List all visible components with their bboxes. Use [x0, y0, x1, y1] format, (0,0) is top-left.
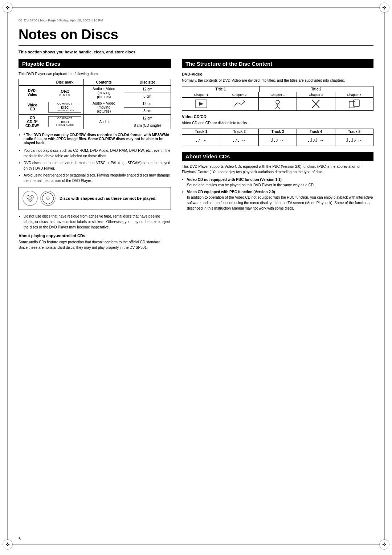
svg-rect-15 — [354, 100, 359, 106]
right-column: The Structure of the Disc Content DVD-Vi… — [182, 59, 373, 252]
videocd-text: Video CD and CD are divided into tracks. — [182, 120, 373, 126]
videocd-subheading: Video CD/CD — [182, 114, 373, 119]
cd-track-3: Track 3 — [259, 129, 297, 135]
warning-text: Discs with shapes such as these cannot b… — [60, 196, 156, 200]
col-header-contents: Contents — [84, 79, 124, 85]
svg-point-2 — [41, 191, 55, 206]
vcd-logo-cell: COMPACT DISC DIGITAL VIDEO — [46, 100, 84, 114]
dvd-images-row — [182, 98, 373, 110]
col-header-disc-size: Disc size — [124, 79, 171, 85]
cd-structure-diagram: Track 1 Track 2 Track 3 Track 4 Track 5 … — [182, 129, 373, 146]
dvd-structure-diagram: Title 1 Title 2 Chapter 1 Chapter 2 Chap… — [182, 86, 373, 111]
octagon-disc — [40, 190, 56, 207]
heart-disc — [22, 190, 38, 207]
vcd-contents: Audio + Video(movingpictures) — [84, 100, 124, 114]
dvd-image-2 — [220, 98, 258, 110]
warning-box: Discs with shapes such as these cannot b… — [19, 187, 171, 210]
vcd-size-8: 8 cm — [124, 107, 171, 114]
cd-track-2: Track 2 — [220, 129, 258, 135]
pbc-label-2: Video CD equipped with PBC function (Ver… — [187, 190, 275, 194]
page-container: ✛ ✛ ✛ ✛ 00_DV-SP301.book Page 6 Friday, … — [7, 7, 385, 545]
cd-track-4: Track 4 — [297, 129, 335, 135]
svg-rect-14 — [349, 101, 355, 108]
vcd-logo: COMPACT DISC DIGITAL VIDEO — [48, 102, 81, 113]
cd-track-5: Track 5 — [335, 129, 373, 135]
svg-point-0 — [23, 191, 37, 206]
svg-point-7 — [276, 100, 279, 104]
cd-size-8: 8 cm (CD single) — [124, 122, 171, 129]
pbc-text-2: In addition to operation of the Video CD… — [187, 195, 373, 210]
header-line: 00_DV-SP301.book Page 6 Friday, April 18… — [19, 19, 373, 24]
dvd-chapter-2: Chapter 2 — [220, 92, 258, 98]
table-row: DVD-Video DVD VIDEO Audio + Video(moving… — [19, 85, 171, 93]
copy-section-text: Some audio CDs feature copy protection t… — [19, 239, 171, 250]
dvd-chapter-3: Chapter 1 — [259, 92, 297, 98]
cd-notes-row: ♩♪ ～ ♩♪♩ ～ ♩♩♪ ～ ♩♩♪♩ ～ ♩♩♩♪ ～ — [182, 135, 373, 146]
dvd-logo-cell: DVD VIDEO — [46, 85, 84, 100]
cd-note-5: ♩♩♩♪ ～ — [335, 135, 373, 146]
corner-decoration-tr: ✛ — [379, 3, 389, 13]
corner-decoration-br: ✛ — [379, 539, 389, 550]
about-vcds-heading: About Video CDs — [182, 152, 373, 161]
warning-disc-shapes — [22, 190, 56, 207]
dvd-contents: Audio + Video(movingpictures) — [84, 85, 124, 100]
playable-discs-heading: Playable Discs — [19, 59, 171, 68]
disc-type-dvd: DVD-Video — [19, 85, 46, 100]
bottom-bullet-1: Do not use discs that have residue from … — [24, 214, 171, 230]
table-row: CDCD-R*CD-RW* COMPACT DISC DIGITAL AUDIO… — [19, 114, 171, 122]
dvd-video-text: Normally, the contents of DVD-Video are … — [182, 78, 373, 83]
table-row: VideoCD COMPACT DISC DIGITAL VIDEO Audio… — [19, 100, 171, 107]
cd-logo-cell: COMPACT DISC DIGITAL AUDIO — [46, 114, 84, 129]
col-header-type — [19, 79, 46, 85]
star-note-list: * The DVD Player can play CD-R/RW discs … — [24, 133, 171, 145]
bullet-item-2: DVD discs that use other video formats t… — [24, 160, 171, 171]
disc-table: Disc mark Contents Disc size DVD-Video D… — [19, 79, 171, 129]
cd-track-1: Track 1 — [182, 129, 220, 135]
svg-point-1 — [29, 197, 32, 200]
svg-marker-6 — [199, 102, 204, 106]
star-note-item: * The DVD Player can play CD-R/RW discs … — [24, 133, 171, 145]
dvd-image-5 — [335, 98, 373, 110]
svg-point-3 — [46, 197, 49, 200]
cd-note-4: ♩♩♪♩ ～ — [297, 135, 335, 146]
page-number: 6 — [19, 536, 21, 541]
pbc-item-1: Video CD not equipped with PBC function … — [187, 177, 373, 188]
bottom-bullets: Do not use discs that have residue from … — [24, 214, 171, 230]
dvd-chapter-1: Chapter 1 — [182, 92, 220, 98]
dvd-logo: DVD VIDEO — [59, 89, 71, 97]
pbc-label-1: Video CD not equipped with PBC function … — [187, 178, 282, 182]
page-title: Notes on Discs — [19, 27, 373, 42]
dvd-size-8: 8 cm — [124, 93, 171, 100]
pbc-list: Video CD not equipped with PBC function … — [187, 177, 373, 211]
svg-line-9 — [275, 106, 278, 109]
cd-note-3: ♩♩♪ ～ — [259, 135, 297, 146]
dvd-chapter-4: Chapter 2 — [297, 92, 335, 98]
disc-type-vcd: VideoCD — [19, 100, 46, 114]
dvd-chapters-row: Chapter 1 Chapter 2 Chapter 1 Chapter 2 … — [182, 92, 373, 98]
dvd-image-3 — [259, 98, 297, 110]
dvd-title-2: Title 2 — [260, 86, 373, 92]
intro-text: This section shows you how to handle, cl… — [19, 50, 373, 54]
cd-logo: COMPACT DISC DIGITAL AUDIO — [48, 116, 81, 127]
dvd-chapter-5: Chapter 3 — [335, 92, 373, 98]
cd-note-1: ♩♪ ～ — [182, 135, 220, 146]
cd-size-12: 12 cm — [124, 114, 171, 122]
disc-type-cd: CDCD-R*CD-RW* — [19, 114, 46, 129]
dvd-image-1 — [182, 98, 220, 110]
about-vcds-intro: This DVD Player supports Video CDs equip… — [182, 164, 373, 175]
dvd-title-1: Title 1 — [182, 86, 260, 92]
disc-bullets: You cannot play discs such as CD-ROM, DV… — [24, 148, 171, 183]
structure-heading: The Structure of the Disc Content — [182, 59, 373, 68]
corner-decoration-tl: ✛ — [3, 3, 13, 13]
cd-tracks-row: Track 1 Track 2 Track 3 Track 4 Track 5 — [182, 129, 373, 135]
vcd-size-12: 12 cm — [124, 100, 171, 107]
svg-marker-4 — [42, 193, 54, 204]
dvd-video-subheading: DVD-Video — [182, 72, 373, 76]
dvd-image-4 — [297, 98, 335, 110]
pbc-item-2: Video CD equipped with PBC function (Ver… — [187, 189, 373, 211]
cd-note-2: ♩♪♩ ～ — [220, 135, 258, 146]
bullet-item-1: You cannot play discs such as CD-ROM, DV… — [24, 148, 171, 159]
dvd-titles-row: Title 1 Title 2 — [182, 86, 373, 92]
playable-discs-intro: This DVD Player can playback the followi… — [19, 71, 171, 77]
col-header-disc-mark: Disc mark — [46, 79, 84, 85]
